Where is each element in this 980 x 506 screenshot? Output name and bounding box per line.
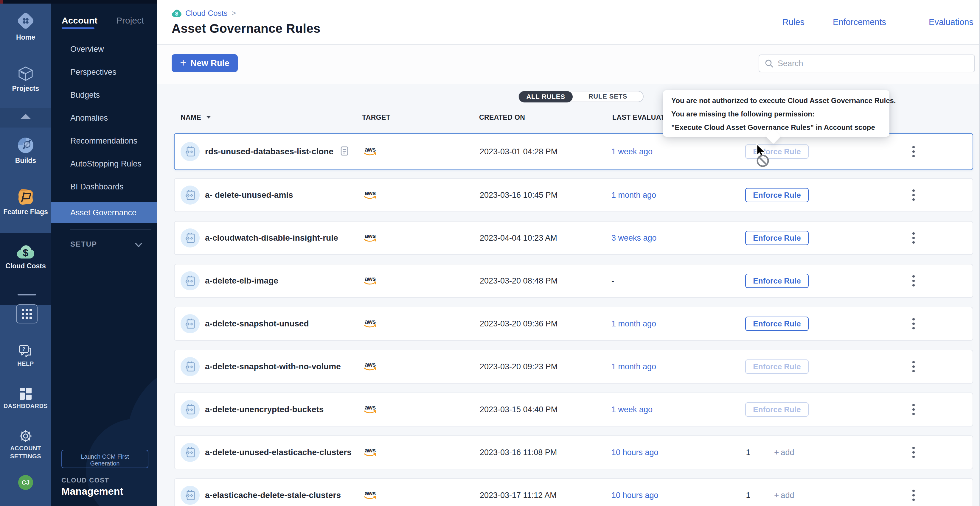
row-menu-kebab[interactable] bbox=[908, 231, 919, 245]
sidebar-item-asset-governance[interactable]: Asset Governance bbox=[51, 202, 158, 223]
sidebar-item-autostopping-rules[interactable]: AutoStopping Rules bbox=[51, 153, 158, 174]
rail-item-account-settings[interactable]: ACCOUNT SETTINGS bbox=[0, 430, 51, 460]
aws-target-icon: aws bbox=[362, 146, 378, 157]
sidebar-item-overview[interactable]: Overview bbox=[51, 39, 158, 60]
table-row[interactable]: a-elasticache-delete-stale-clusters aws … bbox=[174, 478, 973, 506]
rail-item-feature-flags[interactable]: Feature Flags bbox=[0, 188, 51, 216]
sort-desc-icon bbox=[206, 116, 211, 119]
link-evaluations[interactable]: Evaluations bbox=[929, 17, 974, 27]
enforce-rule-button[interactable]: Enforce Rule bbox=[745, 188, 809, 202]
row-menu-kebab[interactable] bbox=[908, 445, 919, 460]
last-evaluation-link[interactable]: 1 month ago bbox=[611, 362, 656, 371]
header-links: Rules Enforcements Evaluations bbox=[795, 17, 974, 28]
rule-icon bbox=[181, 142, 200, 161]
add-enforcement-link[interactable]: +add bbox=[774, 447, 794, 457]
row-menu-kebab[interactable] bbox=[908, 360, 919, 374]
rule-name[interactable]: a- delete-unused-amis bbox=[205, 190, 293, 200]
rail-item-cloud-costs[interactable]: $ Cloud Costs bbox=[0, 245, 51, 270]
table-row[interactable]: a-delete-unused-elasticache-clusters aws… bbox=[174, 435, 973, 470]
add-enforcement-link[interactable]: +add bbox=[774, 490, 794, 500]
last-evaluation-link[interactable]: 1 month ago bbox=[611, 190, 656, 200]
copy-icon[interactable] bbox=[340, 146, 349, 157]
aws-target-icon: aws bbox=[362, 404, 378, 416]
sidebar-item-anomalies[interactable]: Anomalies bbox=[51, 108, 158, 128]
rail-item-projects[interactable]: Projects bbox=[0, 65, 51, 93]
svg-text:aws: aws bbox=[365, 490, 376, 496]
sidebar-item-budgets[interactable]: Budgets bbox=[51, 84, 158, 105]
tab-account[interactable]: Account bbox=[62, 16, 97, 25]
builds-icon bbox=[17, 137, 34, 154]
toggle-rule-sets[interactable]: RULE SETS bbox=[573, 92, 643, 102]
rule-name[interactable]: a-elasticache-delete-stale-clusters bbox=[205, 490, 341, 500]
table-row[interactable]: rds-unused-databases-list-clone aws 2023… bbox=[174, 133, 973, 170]
svg-text:?: ? bbox=[22, 347, 25, 352]
table-row[interactable]: a- delete-unused-amis aws 2023-03-16 10:… bbox=[174, 178, 973, 212]
rule-name[interactable]: rds-unused-databases-list-clone bbox=[205, 147, 333, 156]
column-header-target[interactable]: TARGET bbox=[362, 113, 390, 122]
rail-item-builds[interactable]: Builds bbox=[0, 137, 51, 165]
sidebar-item-perspectives[interactable]: Perspectives bbox=[51, 62, 158, 82]
table-row[interactable]: a-delete-elb-image aws 2023-03-20 08:48 … bbox=[174, 264, 973, 298]
enforce-rule-button[interactable]: Enforce Rule bbox=[745, 274, 809, 288]
row-menu-kebab[interactable] bbox=[908, 274, 919, 288]
rule-name[interactable]: a-delete-snapshot-with-no-volume bbox=[205, 362, 341, 371]
enforce-rule-button[interactable]: Enforce Rule bbox=[745, 360, 809, 374]
enforce-rule-button[interactable]: Enforce Rule bbox=[745, 231, 809, 245]
breadcrumb[interactable]: $ Cloud Costs > bbox=[172, 8, 236, 19]
last-evaluation-link[interactable]: 3 weeks ago bbox=[611, 233, 657, 243]
last-evaluation-link[interactable]: 1 month ago bbox=[611, 319, 656, 328]
column-header-created-on[interactable]: CREATED ON bbox=[479, 113, 525, 122]
aws-target-icon: aws bbox=[362, 446, 378, 458]
last-evaluation-link[interactable]: 10 hours ago bbox=[611, 491, 659, 500]
new-rule-button[interactable]: + New Rule bbox=[172, 54, 238, 72]
rule-name[interactable]: a-delete-elb-image bbox=[205, 276, 278, 286]
module-rail: Home Projects Builds bbox=[0, 0, 51, 506]
column-header-name[interactable]: NAME bbox=[181, 113, 211, 122]
last-evaluation-link[interactable]: 1 week ago bbox=[611, 405, 652, 414]
search-input[interactable] bbox=[778, 59, 963, 68]
rule-icon bbox=[181, 271, 200, 290]
plus-icon: + bbox=[774, 490, 779, 500]
sidebar-item-bi-dashboards[interactable]: BI Dashboards bbox=[51, 176, 158, 197]
dashboards-icon bbox=[19, 387, 32, 400]
enforce-rule-button[interactable]: Enforce Rule bbox=[745, 402, 809, 417]
launch-ccm-first-gen-button[interactable]: Launch CCM First Generation bbox=[61, 450, 148, 468]
row-menu-kebab[interactable] bbox=[908, 488, 919, 503]
rule-name[interactable]: a-delete-unencrypted-buckets bbox=[205, 405, 324, 414]
last-evaluation-link[interactable]: 1 week ago bbox=[611, 147, 652, 156]
created-on-value: 2023-03-16 11:08 PM bbox=[480, 448, 557, 457]
table-row[interactable]: a-delete-snapshot-with-no-volume aws 202… bbox=[174, 350, 973, 384]
toggle-all-rules[interactable]: ALL RULES bbox=[519, 91, 573, 102]
chevron-down-icon[interactable] bbox=[134, 241, 143, 249]
table-row[interactable]: a-delete-unencrypted-buckets aws 2023-03… bbox=[174, 393, 973, 427]
breadcrumb-cloud-costs[interactable]: Cloud Costs bbox=[185, 9, 228, 18]
rail-item-home[interactable]: Home bbox=[0, 12, 51, 41]
rule-name[interactable]: a-cloudwatch-disable-insight-rule bbox=[205, 233, 338, 243]
enforcement-count: 1 bbox=[742, 491, 754, 500]
sidebar-item-recommendations[interactable]: Recommendations bbox=[51, 130, 158, 151]
row-menu-kebab[interactable] bbox=[908, 317, 919, 331]
rail-item-help[interactable]: ? HELP bbox=[0, 345, 51, 368]
rule-name[interactable]: a-delete-unused-elasticache-clusters bbox=[205, 447, 352, 457]
link-rules[interactable]: Rules bbox=[783, 17, 805, 27]
brand-management: Management bbox=[61, 485, 123, 497]
user-avatar[interactable]: CJ bbox=[18, 475, 33, 490]
module-picker-button[interactable] bbox=[16, 305, 38, 324]
table-row[interactable]: a-delete-snapshot-unused aws 2023-03-20 … bbox=[174, 307, 973, 341]
tab-project[interactable]: Project bbox=[116, 16, 144, 25]
rule-icon bbox=[181, 357, 200, 376]
flag-icon bbox=[16, 188, 35, 207]
table-row[interactable]: a-cloudwatch-disable-insight-rule aws 20… bbox=[174, 221, 973, 255]
svg-text:aws: aws bbox=[365, 275, 376, 282]
enforce-rule-button[interactable]: Enforce Rule bbox=[745, 317, 809, 331]
rule-name[interactable]: a-delete-snapshot-unused bbox=[205, 319, 309, 328]
last-evaluation-link[interactable]: - bbox=[611, 276, 614, 286]
row-menu-kebab[interactable] bbox=[908, 144, 919, 159]
rail-item-dashboards[interactable]: DASHBOARDS bbox=[0, 387, 51, 410]
rail-collapse-strip[interactable] bbox=[0, 108, 51, 127]
link-enforcements[interactable]: Enforcements bbox=[833, 17, 886, 27]
row-menu-kebab[interactable] bbox=[908, 188, 919, 202]
setup-section-toggle[interactable]: SETUP bbox=[70, 240, 97, 248]
last-evaluation-link[interactable]: 10 hours ago bbox=[611, 448, 659, 457]
row-menu-kebab[interactable] bbox=[908, 402, 919, 417]
